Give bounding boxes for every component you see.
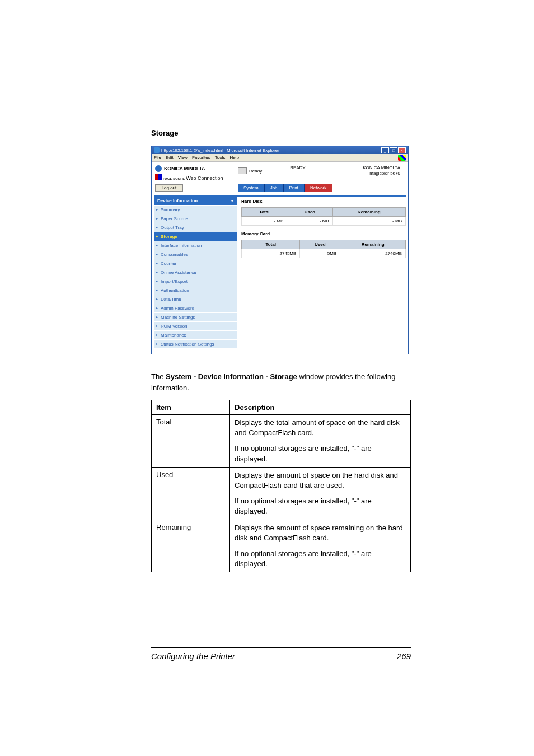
page-footer: Configuring the Printer 269 [151,647,411,661]
cell-desc: Displays the amount of space on the hard… [230,467,411,520]
tab-print[interactable]: Print [284,184,305,192]
mc-remaining: 2740MB [340,249,406,258]
maximize-button[interactable]: □ [390,147,397,153]
sidebar-header-label: Device Information [157,198,198,203]
th-used-2: Used [300,240,340,249]
sidebar-item[interactable]: Import/Export [154,277,237,286]
titlebar: http://192.168.1.2/a_index.html - Micros… [152,146,408,154]
brand-text: KONICA MINOLTA [164,166,205,171]
th-remaining: Remaining [332,208,405,217]
menubar: File Edit View Favorites Tools Help [152,154,408,162]
sidebar-item[interactable]: Output Tray [154,223,237,232]
desc-p1: Displays the amount of space on the hard… [235,470,406,491]
intro-bold: System - Device Information - Storage [166,372,297,381]
sidebar-item[interactable]: ROM Version [154,321,237,330]
pagescope-prefix: PAGE SCOPE [163,177,185,180]
hd-used: - MB [287,217,332,226]
th-used: Used [287,208,332,217]
menu-edit[interactable]: Edit [166,155,174,160]
windows-logo-icon [398,155,406,161]
tab-system[interactable]: System [238,184,265,192]
desc-p1: Displays the total amount of space on th… [235,418,406,438]
cell-item: Total [152,415,230,468]
sidebar-item[interactable]: Maintenance [154,330,237,339]
cell-item: Used [152,467,230,520]
hard-disk-table: Total Used Remaining - MB - MB - MB [241,207,406,226]
tab-job[interactable]: Job [265,184,284,192]
desc-p2: If no optional storages are installed, "… [235,496,406,516]
mc-used: 5MB [300,249,340,258]
desc-p2: If no optional storages are installed, "… [235,444,406,464]
sidebar-item[interactable]: Date/Time [154,295,237,304]
sidebar-item[interactable]: Authentication [154,286,237,295]
minimize-button[interactable]: _ [381,147,389,153]
menu-tools[interactable]: Tools [215,155,226,160]
status-ready: READY [290,165,306,177]
sidebar-item[interactable]: Consumables [154,250,237,259]
sidebar-header[interactable]: Device Information ▾ [154,197,237,205]
close-button[interactable]: × [398,147,406,153]
pagescope-text: Web Connection [186,175,223,181]
intro-prefix: The [151,372,166,381]
ie-icon [154,147,160,153]
sidebar-item[interactable]: Paper Source [154,214,237,223]
desc-p2: If no optional storages are installed, "… [235,549,406,569]
sidebar-item[interactable]: Online Assistance [154,268,237,277]
device-brand: KONICA MINOLTA [322,165,400,171]
sidebar-item[interactable]: Machine Settings [154,312,237,321]
memory-card-heading: Memory Card [241,231,406,236]
device-model: magicolor 5670 [322,171,400,176]
hd-total: - MB [242,217,287,226]
desc-p1: Displays the amount of space remaining o… [235,523,406,543]
brand: KONICA MINOLTA [155,165,238,172]
cell-desc: Displays the amount of space remaining o… [230,520,411,572]
browser-window: http://192.168.1.2/a_index.html - Micros… [151,146,409,354]
table-row: Remaining Displays the amount of space r… [152,520,411,572]
menu-help[interactable]: Help [229,155,238,160]
page-number: 269 [397,651,411,661]
header-item: Item [152,400,230,415]
memory-card-table: Total Used Remaining 2745MB 5MB 2740MB [241,240,406,258]
cell-desc: Displays the total amount of space on th… [230,415,411,468]
th-total: Total [242,208,287,217]
printer-icon [238,167,247,174]
intro-paragraph: The System - Device Information - Storag… [151,371,411,393]
table-row: Total Displays the total amount of space… [152,415,411,468]
menu-view[interactable]: View [178,155,188,160]
content-panel: Hard Disk Total Used Remaining - MB - MB… [237,197,406,348]
menu-file[interactable]: File [154,155,161,160]
sidebar-item[interactable]: Storage [154,232,237,241]
chevron-down-icon: ▾ [231,199,233,203]
window-title: http://192.168.1.2/a_index.html - Micros… [161,148,279,153]
logout-button[interactable]: Log out [155,184,183,192]
sidebar-item[interactable]: Admin Password [154,304,237,312]
brand-logo-icon [155,165,162,172]
sidebar-item[interactable]: Interface Information [154,241,237,250]
sidebar-item[interactable]: Counter [154,259,237,268]
sidebar-item[interactable]: Summary [154,205,237,214]
hd-remaining: - MB [332,217,405,226]
section-heading: Storage [151,129,411,137]
pagescope-icon [155,174,162,180]
hard-disk-heading: Hard Disk [241,199,406,204]
th-total-2: Total [242,240,300,249]
tab-network[interactable]: Network [305,184,332,192]
sidebar-item[interactable]: Status Notification Settings [154,339,237,348]
status-short: Ready [249,169,262,174]
sidebar: Device Information ▾ SummaryPaper Source… [154,197,237,348]
th-remaining-2: Remaining [340,240,406,249]
table-row: Used Displays the amount of space on the… [152,467,411,520]
footer-title: Configuring the Printer [151,651,235,661]
pagescope: PAGE SCOPE Web Connection [155,174,238,181]
header-description: Description [230,400,411,415]
menu-favorites[interactable]: Favorites [192,155,210,160]
mc-total: 2745MB [242,249,300,258]
info-table: Item Description Total Displays the tota… [151,400,411,572]
cell-item: Remaining [152,520,230,572]
